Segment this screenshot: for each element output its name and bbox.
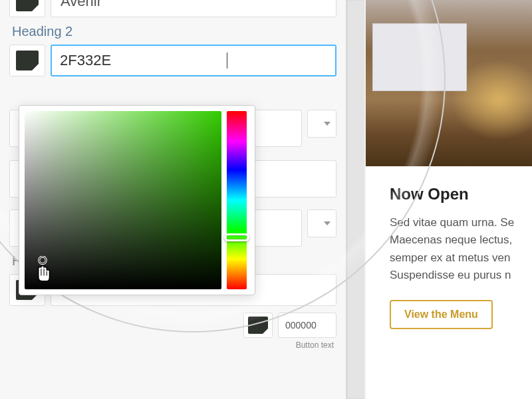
button-text-label: Button text	[9, 340, 336, 350]
heading2-color-swatch[interactable]	[9, 45, 45, 76]
saturation-value-area[interactable]	[25, 111, 221, 289]
secondary-hex-input[interactable]: 000000	[278, 313, 336, 338]
preview-heading: Now Open	[390, 185, 520, 203]
heading1-font-select[interactable]: Avenir	[51, 0, 336, 17]
preview-cta-button[interactable]: View the Menu	[390, 300, 493, 329]
secondary-hex-row: 000000	[9, 313, 336, 338]
size-dropdown-1[interactable]	[307, 110, 336, 138]
hue-slider-thumb[interactable]	[224, 233, 249, 241]
color-picker-popover	[19, 105, 255, 295]
size-dropdown-2[interactable]	[307, 209, 336, 237]
preview-panel: Now Open Sed vitae quam urna. Se Maecena…	[366, 0, 532, 399]
heading1-row: Avenir	[9, 0, 336, 17]
cursor-hand-icon	[31, 256, 54, 284]
secondary-swatch[interactable]	[243, 313, 273, 338]
preview-body-text: Sed vitae quam urna. Se Maecenas neque l…	[390, 214, 520, 284]
heading2-hex-input[interactable]: 2F332E	[51, 45, 336, 76]
panel-divider	[346, 0, 364, 399]
heading2-label: Heading 2	[12, 24, 336, 39]
preview-hero-image	[366, 0, 532, 166]
hue-slider[interactable]	[227, 111, 247, 289]
heading2-row: 2F332E	[9, 45, 336, 76]
heading1-color-swatch[interactable]	[9, 0, 45, 17]
